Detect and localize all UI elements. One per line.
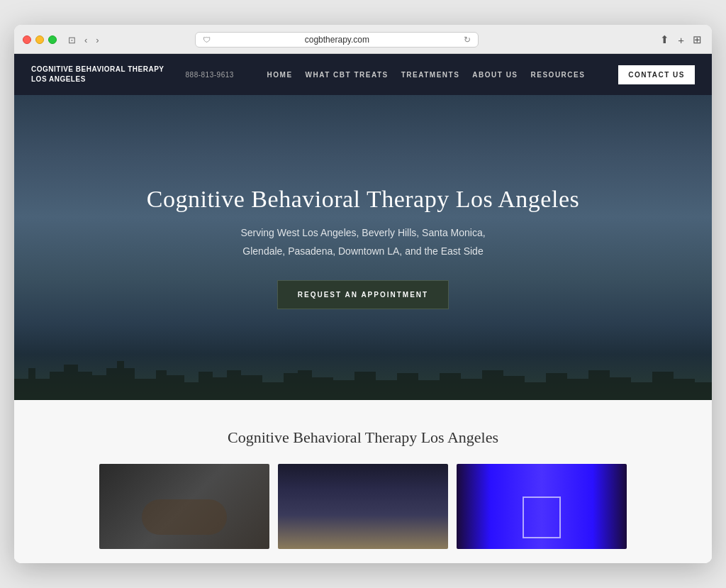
- hero-title: Cognitive Behavioral Therapy Los Angeles: [147, 186, 579, 213]
- phone-number: 888-813-9613: [186, 71, 234, 79]
- request-appointment-button[interactable]: REQUEST AN APPOINTMENT: [277, 280, 449, 309]
- reload-icon: ↻: [464, 35, 471, 45]
- nav-what-cbt-treats[interactable]: WHAT CBT TREATS: [306, 71, 389, 79]
- browser-controls: ⊡ ‹ ›: [65, 33, 102, 47]
- image-card-hands: [99, 464, 269, 549]
- back-button[interactable]: ‹: [82, 33, 90, 47]
- window-tile-icon[interactable]: ⊡: [65, 33, 79, 47]
- main-nav: COGNITIVE BEHAVIORAL THERAPY LOS ANGELES…: [14, 54, 712, 95]
- maximize-button[interactable]: [48, 35, 57, 44]
- nav-resources[interactable]: RESOURCES: [531, 71, 586, 79]
- nav-about-us[interactable]: ABOUT US: [472, 71, 518, 79]
- minimize-button[interactable]: [35, 35, 44, 44]
- forward-button[interactable]: ›: [93, 33, 101, 47]
- nav-links: HOME WHAT CBT TREATS TREATMENTS ABOUT US…: [248, 71, 604, 79]
- section-title: Cognitive Behavioral Therapy Los Angeles: [28, 428, 698, 447]
- browser-chrome: ⊡ ‹ › 🛡 cogbtherapy.com ↻ ⬆ + ⊞: [14, 25, 712, 54]
- browser-actions: ⬆ + ⊞: [659, 32, 703, 48]
- share-button[interactable]: ⬆: [659, 32, 671, 48]
- site-logo: COGNITIVE BEHAVIORAL THERAPY LOS ANGELES: [31, 65, 164, 84]
- nav-home[interactable]: HOME: [267, 71, 293, 79]
- image-card-building: [278, 464, 448, 549]
- website-content: COGNITIVE BEHAVIORAL THERAPY LOS ANGELES…: [14, 54, 712, 563]
- hero-section: Cognitive Behavioral Therapy Los Angeles…: [14, 95, 712, 400]
- address-bar[interactable]: 🛡 cogbtherapy.com ↻: [195, 32, 479, 48]
- hero-content: Cognitive Behavioral Therapy Los Angeles…: [118, 186, 608, 309]
- hero-subtitle: Serving West Los Angeles, Beverly Hills,…: [147, 224, 579, 260]
- contact-us-button[interactable]: CONTACT US: [618, 65, 695, 84]
- below-fold-section: Cognitive Behavioral Therapy Los Angeles: [14, 400, 712, 563]
- nav-treatments[interactable]: TREATMENTS: [401, 71, 460, 79]
- grid-view-button[interactable]: ⊞: [691, 32, 703, 48]
- traffic-lights: [23, 35, 57, 44]
- close-button[interactable]: [23, 35, 31, 44]
- image-grid: [28, 464, 698, 549]
- image-card-tunnel: [457, 464, 627, 549]
- browser-window: ⊡ ‹ › 🛡 cogbtherapy.com ↻ ⬆ + ⊞ COGNITIV…: [14, 25, 712, 563]
- url-text: cogbtherapy.com: [215, 35, 459, 45]
- security-icon: 🛡: [203, 35, 211, 44]
- new-tab-button[interactable]: +: [676, 33, 686, 48]
- city-silhouette: [14, 343, 712, 400]
